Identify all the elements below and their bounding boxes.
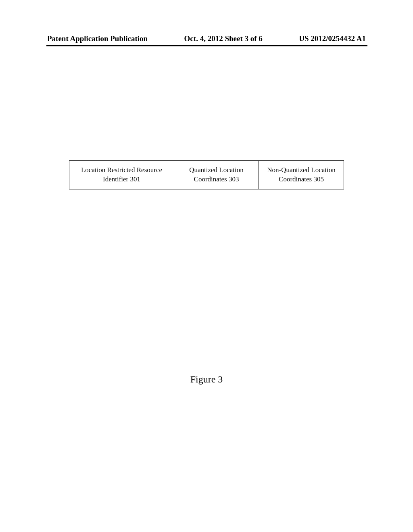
cell-text-line: Location Restricted Resource: [81, 166, 162, 174]
table-cell-quantized: Quantized Location Coordinates 303: [174, 161, 259, 189]
header-center-text: Oct. 4, 2012 Sheet 3 of 6: [184, 34, 263, 43]
cell-text-line: Coordinates 303: [194, 175, 239, 183]
cell-text-line: Coordinates 305: [279, 175, 324, 183]
figure-caption: Figure 3: [190, 374, 223, 385]
cell-text-line: Quantized Location: [189, 166, 244, 174]
header-divider-line: [46, 45, 367, 46]
cell-text-line: Identifier 301: [103, 175, 140, 183]
header-left-text: Patent Application Publication: [47, 34, 148, 43]
diagram-table: Location Restricted Resource Identifier …: [69, 160, 344, 189]
table-cell-non-quantized: Non-Quantized Location Coordinates 305: [259, 161, 344, 189]
cell-text-line: Non-Quantized Location: [267, 166, 335, 174]
page-header: Patent Application Publication Oct. 4, 2…: [0, 34, 413, 43]
table-cell-identifier: Location Restricted Resource Identifier …: [69, 161, 174, 189]
header-right-text: US 2012/0254432 A1: [299, 34, 366, 43]
